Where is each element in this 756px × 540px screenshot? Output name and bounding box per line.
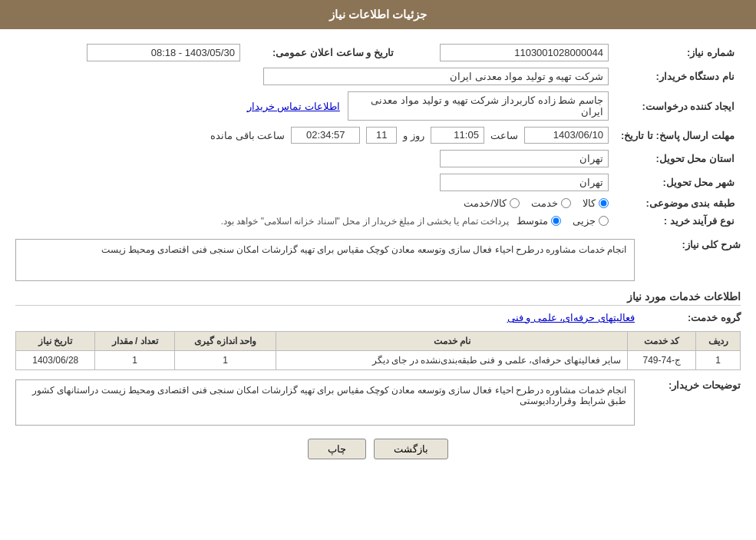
response-time-value: 11:05 (431, 127, 484, 144)
service-group-label: گروه خدمت: (641, 312, 741, 323)
cell-name: سایر فعالیتهای حرفه‌ای، علمی و فنی طبقه‌… (276, 351, 628, 370)
response-deadline-label: مهلت ارسال پاسخ: تا تاریخ: (615, 124, 741, 147)
services-info-title: اطلاعات خدمات مورد نیاز (15, 290, 741, 306)
city-label: شهر محل تحویل: (615, 171, 741, 194)
general-desc-section: شرح کلی نیاز: انجام خدمات مشاوره درطرح ا… (15, 237, 741, 283)
info-table: شماره نیاز: 1103001028000044 تاریخ و ساع… (15, 41, 741, 230)
org-name-label: نام دستگاه خریدار: (615, 65, 741, 88)
category-radio-service[interactable]: خدمت (531, 197, 571, 209)
announce-date-value: 1403/05/30 - 08:18 (87, 44, 240, 61)
page-header: جزئیات اطلاعات نیاز (0, 0, 756, 29)
process-radio-group: جزیی متوسط (517, 215, 609, 227)
requester-contact-link[interactable]: اطلاعات تماس خریدار (247, 101, 340, 112)
need-number-value: 1103001028000044 (440, 44, 609, 61)
cell-row: 1 (696, 351, 741, 370)
col-header-unit: واحد اندازه گیری (174, 332, 276, 351)
requester-value: جاسم شط زاده کاربرداز شرکت تهیه و تولید … (348, 91, 609, 121)
response-days-value: 11 (366, 127, 397, 144)
category-label: طبقه بندی موضوعی: (615, 194, 741, 212)
buttons-row: بازگشت چاپ (15, 439, 741, 459)
category-radio-service-input[interactable] (561, 198, 571, 208)
table-row: 1 ج-74-749 سایر فعالیتهای حرفه‌ای، علمی … (16, 351, 741, 370)
city-value: تهران (440, 174, 609, 191)
response-time-label: ساعت (490, 130, 518, 141)
cell-unit: 1 (174, 351, 276, 370)
category-radio-both-input[interactable] (510, 198, 520, 208)
category-radio-kala[interactable]: کالا (583, 197, 609, 209)
category-radio-both-label: کالا/خدمت (464, 197, 507, 209)
buyer-desc-value: انجام خدمات مشاوره درطرح احیاء فعال سازی… (15, 379, 635, 426)
col-header-date: تاریخ نیاز (16, 332, 95, 351)
cell-date: 1403/06/28 (16, 351, 95, 370)
need-number-label: شماره نیاز: (615, 41, 741, 65)
province-value: تهران (440, 150, 609, 167)
response-days-label: روز و (403, 130, 424, 141)
buyer-desc-label: توضیحات خریدار: (641, 379, 741, 391)
process-radio-medium-input[interactable] (551, 216, 561, 226)
back-button[interactable]: بازگشت (374, 439, 448, 459)
org-name-value: شرکت تهیه و تولید مواد معدنی ایران (263, 68, 609, 85)
process-radio-medium-label: متوسط (517, 215, 548, 227)
announce-datetime-label: تاریخ و ساعت اعلان عمومی: (246, 41, 400, 65)
process-radio-partial-input[interactable] (599, 216, 609, 226)
remaining-label: ساعت باقی مانده (210, 130, 285, 141)
general-desc-label: شرح کلی نیاز: (641, 239, 741, 250)
buyer-desc-section: توضیحات خریدار: انجام خدمات مشاوره درطرح… (15, 378, 741, 427)
remaining-time-value: 02:34:57 (291, 127, 360, 144)
col-header-code: کد خدمت (628, 332, 696, 351)
service-group-value[interactable]: فعالیتهای حرفه‌ای، علمی و فنی (507, 312, 635, 323)
print-button[interactable]: چاپ (308, 439, 366, 459)
process-note: پرداخت تمام یا بخشی از مبلغ خریدار از مح… (221, 216, 509, 227)
category-radio-group: کالا خدمت کالا/خدمت (21, 197, 609, 209)
page-title: جزئیات اطلاعات نیاز (329, 8, 427, 21)
category-radio-kala-input[interactable] (599, 198, 609, 208)
col-header-name: نام خدمت (276, 332, 628, 351)
category-radio-kala-label: کالا (583, 197, 596, 209)
process-radio-partial-label: جزیی (573, 215, 596, 227)
process-radio-partial[interactable]: جزیی (573, 215, 609, 227)
general-desc-value: انجام خدمات مشاوره درطرح احیاء فعال سازی… (15, 239, 635, 281)
requester-label: ایجاد کننده درخواست: (615, 88, 741, 124)
process-radio-medium[interactable]: متوسط (517, 215, 561, 227)
col-header-qty: تعداد / مقدار (95, 332, 174, 351)
response-date-value: 1403/06/10 (524, 127, 609, 144)
col-header-row: ردیف (696, 332, 741, 351)
province-label: استان محل تحویل: (615, 147, 741, 171)
category-radio-service-label: خدمت (531, 197, 558, 209)
process-label: نوع فرآیند خرید : (615, 212, 741, 230)
services-table: ردیف کد خدمت نام خدمت واحد اندازه گیری ت… (15, 331, 741, 370)
cell-code: ج-74-749 (628, 351, 696, 370)
cell-qty: 1 (95, 351, 174, 370)
category-radio-both[interactable]: کالا/خدمت (464, 197, 520, 209)
